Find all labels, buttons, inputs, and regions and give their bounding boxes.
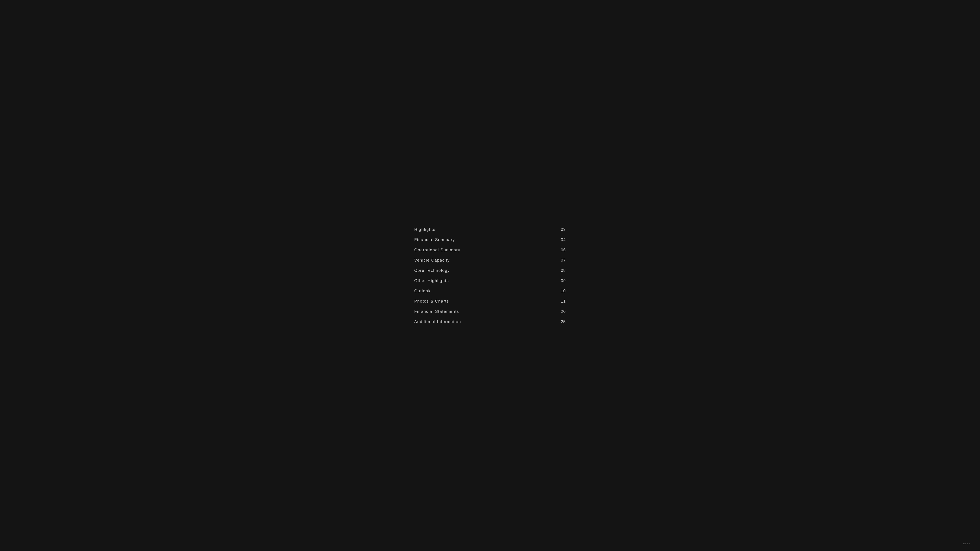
toc-table: Highlights03Financial Summary04Operation… (414, 224, 566, 327)
toc-row: Financial Statements20 (414, 306, 566, 317)
toc-page-1: 04 (561, 237, 566, 242)
toc-row: Photos & Charts11 (414, 296, 566, 306)
toc-row: Highlights03 (414, 224, 566, 235)
toc-page-5: 09 (561, 278, 566, 283)
toc-page-7: 11 (561, 299, 566, 304)
toc-page-2: 06 (561, 248, 566, 252)
toc-page-3: 07 (561, 258, 566, 263)
toc-row: Other Highlights09 (414, 276, 566, 286)
toc-label-4: Core Technology (414, 268, 450, 273)
toc-label-5: Other Highlights (414, 278, 449, 283)
toc-label-1: Financial Summary (414, 237, 455, 242)
toc-row: Additional Information25 (414, 317, 566, 327)
toc-row: Core Technology08 (414, 265, 566, 276)
toc-row: Financial Summary04 (414, 235, 566, 245)
tesla-logo: TESLA (961, 543, 971, 545)
toc-row: Vehicle Capacity07 (414, 255, 566, 265)
toc-page-4: 08 (561, 268, 566, 273)
toc-page-8: 20 (561, 309, 566, 314)
toc-label-3: Vehicle Capacity (414, 258, 450, 263)
toc-label-9: Additional Information (414, 319, 461, 324)
toc-label-6: Outlook (414, 289, 431, 294)
toc-label-7: Photos & Charts (414, 299, 449, 304)
toc-label-2: Operational Summary (414, 248, 460, 252)
toc-page-9: 25 (561, 319, 566, 324)
toc-row: Outlook10 (414, 286, 566, 296)
toc-row: Operational Summary06 (414, 245, 566, 255)
toc-label-8: Financial Statements (414, 309, 459, 314)
toc-label-0: Highlights (414, 227, 436, 232)
toc-container: Highlights03Financial Summary04Operation… (390, 211, 590, 340)
toc-page-0: 03 (561, 227, 566, 232)
toc-page-6: 10 (561, 289, 566, 294)
